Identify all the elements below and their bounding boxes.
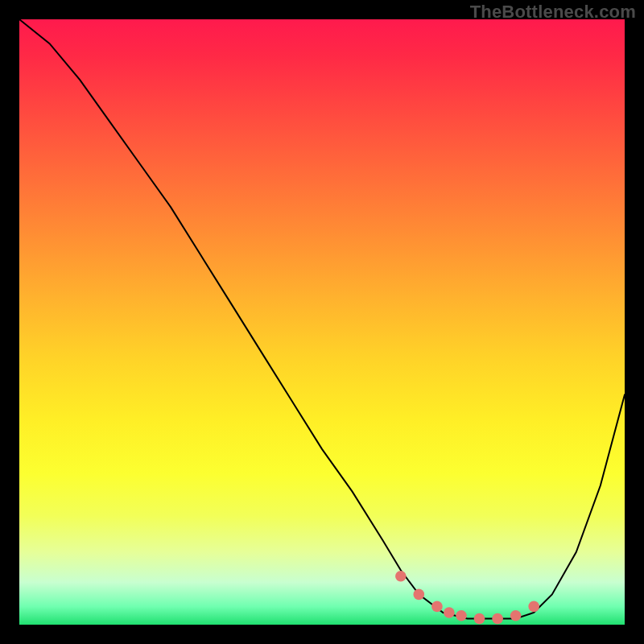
curve-marker — [444, 607, 455, 618]
bottleneck-curve — [19, 19, 625, 619]
curve-marker — [456, 610, 467, 621]
curve-marker — [492, 613, 503, 625]
curve-marker — [528, 601, 539, 613]
chart-plot-area — [19, 19, 625, 625]
chart-svg — [19, 19, 625, 625]
curve-marker — [510, 610, 522, 621]
curve-markers — [395, 571, 539, 624]
chart-frame: TheBottleneck.com — [0, 0, 644, 644]
curve-marker — [474, 613, 485, 625]
watermark-label: TheBottleneck.com — [470, 2, 636, 23]
curve-marker — [395, 571, 407, 582]
curve-marker — [431, 601, 443, 613]
curve-marker — [414, 589, 425, 601]
